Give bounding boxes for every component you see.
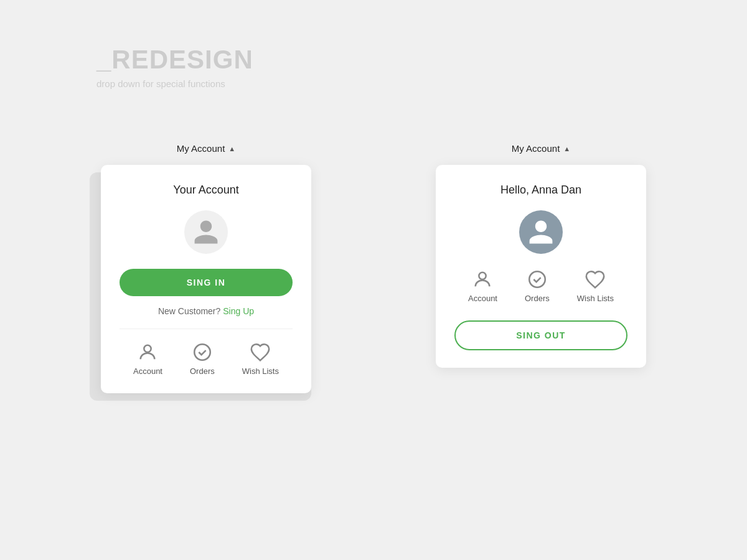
page-header: _REDESIGN drop down for special function… [96,45,253,89]
page-subtitle: drop down for special functions [96,78,253,89]
right-nav-icons: Account Orders Wish Lists [454,269,627,303]
left-card-title: Your Account [120,184,293,197]
dropdowns-area: My Account ▲ Your Account SING IN New Cu… [0,143,747,393]
right-chevron-icon: ▲ [563,145,570,152]
left-trigger-label: My Account [177,143,225,154]
left-account-card: Your Account SING IN New Customer? Sing … [101,165,311,393]
left-nav-orders[interactable]: Orders [190,342,215,376]
right-trigger-label: My Account [512,143,560,154]
wishlists-icon [250,342,271,363]
right-orders-icon [527,269,548,290]
right-account-card: Hello, Anna Dan Account [436,165,646,368]
sign-in-button[interactable]: SING IN [120,269,293,296]
right-nav-wishlists[interactable]: Wish Lists [577,269,614,303]
svg-point-2 [479,273,486,279]
left-dropdown-column: My Account ▲ Your Account SING IN New Cu… [101,143,311,393]
right-avatar-icon [527,218,555,246]
right-wishlists-icon [585,269,606,290]
card-divider [120,329,293,329]
left-account-trigger[interactable]: My Account ▲ [177,143,235,154]
right-avatar [519,210,563,254]
right-nav-orders[interactable]: Orders [525,269,550,303]
orders-icon [192,342,213,363]
right-orders-label: Orders [525,294,550,303]
left-wishlists-label: Wish Lists [242,366,279,376]
right-nav-account[interactable]: Account [468,269,497,303]
sign-up-link[interactable]: Sing Up [223,306,254,316]
right-wishlists-label: Wish Lists [577,294,614,303]
left-account-label: Account [133,366,162,376]
left-avatar-icon [192,218,220,246]
right-account-icon [472,269,493,290]
left-avatar [184,210,228,254]
left-orders-label: Orders [190,366,215,376]
sign-out-button[interactable]: SING OUT [454,320,627,350]
svg-point-3 [529,271,545,287]
left-nav-wishlists[interactable]: Wish Lists [242,342,279,376]
account-icon [137,342,158,363]
right-dropdown-column: My Account ▲ Hello, Anna Dan Account [436,143,646,368]
left-chevron-icon: ▲ [228,145,235,152]
svg-point-1 [194,344,210,360]
svg-point-0 [144,345,151,352]
left-nav-account[interactable]: Account [133,342,162,376]
right-account-trigger[interactable]: My Account ▲ [512,143,570,154]
right-account-label: Account [468,294,497,303]
new-customer-text: New Customer? Sing Up [120,306,293,316]
page-title: _REDESIGN [96,45,253,75]
left-nav-icons: Account Orders [120,342,293,376]
hello-title: Hello, Anna Dan [454,184,627,197]
left-card-shadow: Your Account SING IN New Customer? Sing … [101,165,311,393]
